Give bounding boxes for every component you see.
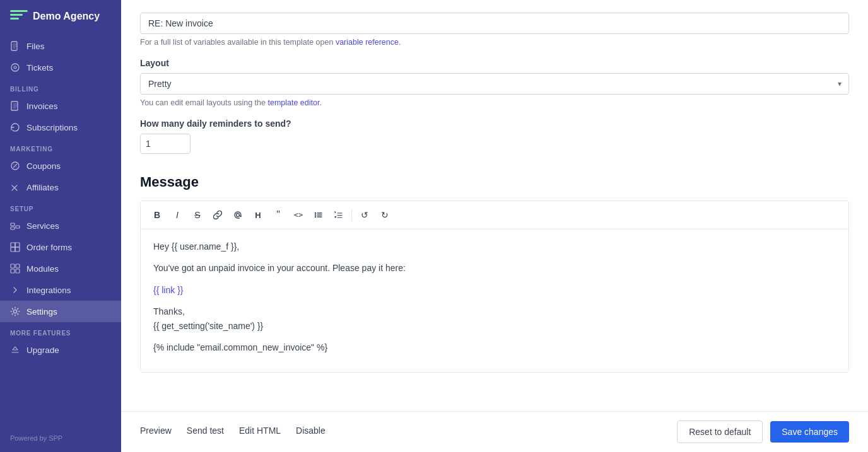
svg-rect-5 (11, 223, 15, 226)
tab-preview[interactable]: Preview (140, 426, 172, 438)
italic-button[interactable]: I (168, 206, 186, 224)
sidebar-section-setup: Setup Services Order forms (0, 198, 121, 322)
modules-icon (10, 264, 20, 274)
svg-point-1 (11, 64, 19, 71)
blockquote-button[interactable]: " (269, 206, 287, 224)
marketing-section-label: Marketing (0, 138, 121, 155)
svg-rect-9 (15, 243, 20, 247)
svg-rect-11 (15, 247, 20, 252)
svg-point-20 (315, 216, 316, 217)
template-editor-hint: You can edit email layouts using the tem… (140, 98, 849, 107)
svg-rect-6 (16, 226, 20, 228)
bold-button[interactable]: B (148, 206, 166, 224)
coupon-icon (10, 161, 20, 171)
editor-line-thanks: Thanks,{{ get_setting('site_name') }} (153, 304, 836, 333)
sidebar-item-label: Modules (26, 264, 59, 274)
variable-reference-link[interactable]: variable reference. (336, 38, 401, 47)
ordered-list-button[interactable] (330, 206, 348, 224)
services-icon (10, 221, 20, 231)
sidebar-item-label: Upgrade (26, 345, 59, 355)
reminders-input[interactable] (140, 134, 191, 154)
tab-edit-html[interactable]: Edit HTML (239, 426, 281, 438)
bullet-list-button[interactable] (310, 206, 327, 224)
save-changes-button[interactable]: Save changes (770, 421, 849, 443)
svg-rect-14 (11, 269, 15, 273)
toolbar-divider (351, 209, 352, 221)
svg-point-16 (14, 310, 17, 313)
sidebar-item-subscriptions[interactable]: Subscriptions (0, 117, 121, 138)
sidebar-item-services[interactable]: Services (0, 215, 121, 236)
layout-select-wrapper: Pretty Plain None ▾ (140, 73, 849, 95)
sidebar-item-files[interactable]: Files (0, 35, 121, 57)
svg-rect-15 (16, 269, 20, 273)
editor-toolbar: B I S H " <> ↺ ↻ (141, 201, 848, 229)
sidebar-section-billing: Billing Invoices Subscriptions (0, 78, 121, 138)
editor-body[interactable]: Hey {{ user.name_f }}, You've got an unp… (141, 229, 848, 372)
sidebar-item-order-forms[interactable]: Order forms (0, 236, 121, 258)
mention-button[interactable] (229, 206, 247, 224)
sidebar-item-affiliates[interactable]: Affiliates (0, 177, 121, 198)
sidebar-item-integrations[interactable]: Integrations (0, 279, 121, 301)
sidebar-item-label: Settings (26, 307, 57, 316)
powered-by: Powered by SPP (0, 424, 121, 452)
undo-button[interactable]: ↺ (356, 206, 373, 224)
setup-section-label: Setup (0, 198, 121, 215)
invoice-icon (10, 101, 20, 111)
integrations-icon (10, 285, 20, 295)
sidebar-item-invoices[interactable]: Invoices (0, 95, 121, 117)
sidebar-section-main: Files Tickets (0, 35, 121, 78)
billing-section-label: Billing (0, 78, 121, 95)
bottom-actions: Reset to default Save changes (677, 420, 849, 443)
sidebar-item-label: Tickets (26, 63, 53, 72)
svg-point-19 (315, 214, 316, 216)
settings-icon (10, 306, 20, 316)
heading-button[interactable]: H (249, 206, 267, 224)
tab-disable[interactable]: Disable (296, 426, 326, 438)
link-button[interactable] (209, 206, 226, 224)
reminders-label: How many daily reminders to send? (140, 119, 849, 129)
subject-input[interactable] (140, 13, 849, 34)
template-editor-link[interactable]: template editor. (267, 98, 321, 107)
content-area: For a full list of variables available i… (121, 0, 868, 411)
main-content: For a full list of variables available i… (121, 0, 868, 452)
sidebar-item-upgrade[interactable]: Upgrade (0, 339, 121, 361)
subscription-icon (10, 122, 20, 132)
svg-rect-10 (11, 247, 15, 252)
sidebar-item-label: Files (26, 42, 45, 51)
sidebar-item-tickets[interactable]: Tickets (0, 57, 121, 78)
strikethrough-button[interactable]: S (189, 206, 206, 224)
reset-to-default-button[interactable]: Reset to default (677, 420, 763, 443)
svg-rect-13 (16, 264, 20, 268)
sidebar-item-settings[interactable]: Settings (0, 301, 121, 322)
ticket-icon (10, 62, 20, 72)
svg-rect-8 (11, 243, 15, 247)
sidebar-section-marketing: Marketing Coupons Affiliates (0, 138, 121, 198)
app-name: Demo Agency (33, 11, 100, 22)
sidebar-item-coupons[interactable]: Coupons (0, 155, 121, 177)
svg-point-18 (315, 212, 316, 214)
sidebar: Demo Agency Files Tickets Billing Inv (0, 0, 121, 452)
sidebar-item-modules[interactable]: Modules (0, 258, 121, 279)
message-heading: Message (140, 174, 849, 190)
more-section-label: More Features (0, 322, 121, 339)
template-editor-hint-text: You can edit email layouts using the (140, 98, 267, 107)
logo-icon (10, 10, 28, 23)
layout-select[interactable]: Pretty Plain None (140, 73, 849, 95)
affiliate-icon (10, 182, 20, 192)
redo-button[interactable]: ↻ (376, 206, 394, 224)
sidebar-item-label: Affiliates (26, 183, 59, 192)
sidebar-item-label: Invoices (26, 101, 58, 111)
order-forms-icon (10, 242, 20, 252)
tab-send-test[interactable]: Send test (187, 426, 224, 438)
editor-line-link[interactable]: {{ link }} (153, 283, 836, 297)
message-editor: B I S H " <> ↺ ↻ (140, 200, 849, 373)
editor-line-greeting: Hey {{ user.name_f }}, (153, 240, 836, 253)
sidebar-section-more: More Features Upgrade (0, 322, 121, 361)
editor-line-body: You've got an unpaid invoice in your acc… (153, 261, 836, 275)
sidebar-item-label: Integrations (26, 286, 71, 295)
code-button[interactable]: <> (290, 206, 307, 224)
layout-label: Layout (140, 58, 849, 68)
sidebar-item-label: Coupons (26, 161, 61, 171)
file-icon (10, 41, 20, 51)
bottom-bar: Preview Send test Edit HTML Disable Rese… (121, 411, 868, 452)
